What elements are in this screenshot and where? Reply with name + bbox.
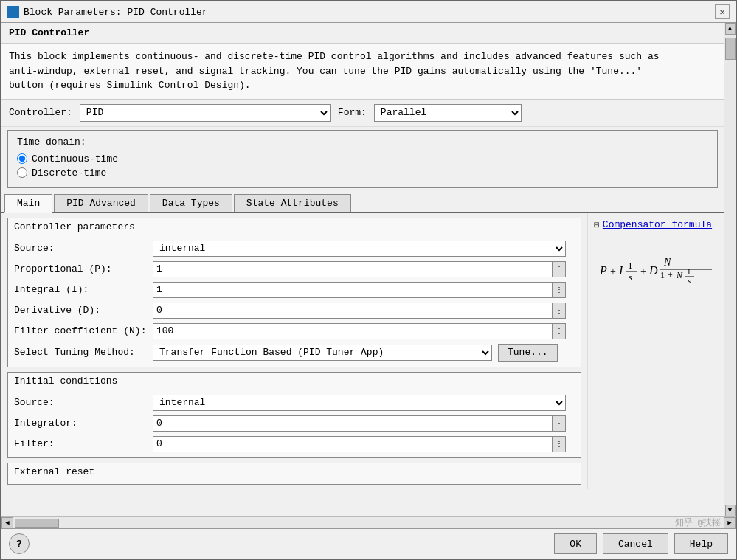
tab-pid-advanced[interactable]: PID Advanced bbox=[54, 194, 148, 212]
description-text: This block implements continuous- and di… bbox=[1, 44, 724, 100]
svg-text:+: + bbox=[668, 270, 673, 280]
discrete-time-row: Discrete-time bbox=[17, 167, 708, 179]
svg-text:+: + bbox=[640, 266, 646, 277]
svg-text:s: s bbox=[688, 276, 691, 285]
help-icon-button[interactable]: ? bbox=[9, 533, 30, 554]
cancel-button[interactable]: Cancel bbox=[603, 533, 668, 554]
filter-row: Filter: ⋮ bbox=[14, 434, 575, 454]
svg-text:I: I bbox=[618, 264, 623, 277]
filter-coefficient-label: Filter coefficient (N): bbox=[14, 325, 147, 336]
svg-text:1: 1 bbox=[687, 267, 691, 276]
scroll-left-arrow[interactable]: ◀ bbox=[1, 517, 13, 529]
source-select[interactable]: internal bbox=[153, 241, 566, 257]
integral-input-wrapper: ⋮ bbox=[153, 282, 566, 298]
proportional-label: Proportional (P): bbox=[14, 263, 147, 274]
continuous-time-label: Continuous-time bbox=[32, 153, 118, 165]
svg-text:N: N bbox=[663, 257, 671, 268]
description-line3: button (requires Simulink Control Design… bbox=[9, 80, 251, 91]
external-reset-title: External reset bbox=[8, 463, 581, 480]
derivative-row: Derivative (D): ⋮ bbox=[14, 300, 575, 321]
controller-select[interactable]: PID bbox=[80, 104, 331, 122]
main-window: Block Parameters: PID Controller ✕ PID C… bbox=[0, 0, 737, 560]
tuning-row: Select Tuning Method: Transfer Function … bbox=[14, 342, 575, 364]
proportional-input[interactable] bbox=[153, 261, 553, 277]
block-name-header: PID Controller bbox=[1, 23, 724, 44]
scroll-wrapper: PID Controller This block implements con… bbox=[1, 23, 736, 516]
proportional-menu-btn[interactable]: ⋮ bbox=[553, 261, 566, 277]
svg-text:s: s bbox=[629, 272, 632, 283]
form-label: Form: bbox=[338, 107, 367, 118]
bottom-buttons-group: OK Cancel Help bbox=[554, 533, 728, 554]
formula-svg: P + I 1 s + D N bbox=[594, 234, 719, 308]
filter-coefficient-menu-btn[interactable]: ⋮ bbox=[553, 323, 566, 339]
titlebar-left: Block Parameters: PID Controller bbox=[7, 6, 208, 18]
tab-main[interactable]: Main bbox=[4, 194, 52, 213]
bottom-bar: ? OK Cancel Help bbox=[1, 528, 736, 559]
formula-collapse-btn[interactable]: ⊟ bbox=[594, 219, 600, 231]
derivative-menu-btn[interactable]: ⋮ bbox=[553, 303, 566, 319]
scroll-right-arrow[interactable]: ▶ bbox=[724, 517, 736, 529]
time-domain-box: Time domain: Continuous-time Discrete-ti… bbox=[7, 130, 718, 188]
initial-conditions-section: Initial conditions Source: internal bbox=[7, 372, 581, 458]
tuning-method-select[interactable]: Transfer Function Based (PID Tuner App) bbox=[153, 345, 492, 361]
source-label: Source: bbox=[14, 243, 147, 254]
scrollbar-thumb[interactable] bbox=[725, 38, 736, 60]
controller-parameters-section: Controller parameters Source: internal bbox=[7, 218, 581, 367]
integrator-row: Integrator: ⋮ bbox=[14, 413, 575, 434]
proportional-row: Proportional (P): ⋮ bbox=[14, 259, 575, 280]
initial-conditions-title: Initial conditions bbox=[8, 373, 581, 390]
integrator-menu-btn[interactable]: ⋮ bbox=[553, 415, 566, 432]
tab-state-attributes[interactable]: State Attributes bbox=[234, 194, 351, 212]
proportional-input-wrapper: ⋮ bbox=[153, 261, 566, 277]
scroll-down-arrow[interactable]: ▼ bbox=[725, 505, 736, 516]
scroll-up-arrow[interactable]: ▲ bbox=[725, 23, 736, 35]
svg-text:P: P bbox=[599, 264, 607, 277]
vertical-scrollbar[interactable]: ▲ ▼ bbox=[724, 23, 736, 516]
svg-text:1: 1 bbox=[660, 270, 665, 280]
tab-data-types[interactable]: Data Types bbox=[150, 194, 232, 212]
filter-coefficient-input[interactable] bbox=[153, 323, 553, 339]
form-select[interactable]: Parallel bbox=[374, 104, 522, 122]
integrator-input-wrapper: ⋮ bbox=[153, 415, 566, 432]
svg-text:1: 1 bbox=[628, 260, 633, 271]
right-panel: ⊟ Compensator formula P + I 1 bbox=[587, 213, 724, 489]
filter-input[interactable] bbox=[153, 436, 553, 452]
time-domain-title: Time domain: bbox=[17, 136, 708, 148]
integrator-input[interactable] bbox=[153, 415, 553, 432]
tuning-label: Select Tuning Method: bbox=[14, 347, 147, 358]
controller-row: Controller: PID Form: Parallel bbox=[1, 100, 724, 127]
formula-header: ⊟ Compensator formula bbox=[594, 219, 718, 231]
continuous-time-row: Continuous-time bbox=[17, 153, 708, 165]
controller-params-grid: Source: internal Proportional (P): bbox=[8, 235, 581, 367]
description-line1: This block implements continuous- and di… bbox=[9, 51, 660, 62]
discrete-time-radio[interactable] bbox=[17, 167, 27, 178]
integral-input[interactable] bbox=[153, 282, 553, 298]
tabs-bar: Main PID Advanced Data Types State Attri… bbox=[1, 191, 724, 213]
svg-text:N: N bbox=[676, 270, 683, 280]
initial-conditions-grid: Source: internal Integrator: ⋮ bbox=[8, 390, 581, 457]
ic-source-row: Source: internal bbox=[14, 393, 575, 413]
main-panel-split: Controller parameters Source: internal bbox=[1, 213, 724, 489]
integral-row: Integral (I): ⋮ bbox=[14, 280, 575, 300]
tune-button[interactable]: Tune... bbox=[498, 344, 558, 362]
help-button[interactable]: Help bbox=[674, 533, 728, 554]
filter-coefficient-row: Filter coefficient (N): ⋮ bbox=[14, 321, 575, 342]
integrator-label: Integrator: bbox=[14, 418, 147, 429]
controller-params-title: Controller parameters bbox=[8, 218, 581, 235]
derivative-input[interactable] bbox=[153, 303, 553, 319]
ok-button[interactable]: OK bbox=[554, 533, 597, 554]
formula-display: P + I 1 s + D N bbox=[594, 234, 718, 311]
controller-label: Controller: bbox=[9, 107, 72, 118]
pid-icon bbox=[7, 6, 19, 18]
h-scrollbar-thumb[interactable] bbox=[15, 519, 59, 528]
derivative-label: Derivative (D): bbox=[14, 305, 147, 316]
integral-menu-btn[interactable]: ⋮ bbox=[553, 282, 566, 298]
horizontal-scrollbar[interactable]: ◀ ▶ bbox=[1, 516, 736, 528]
window-title: Block Parameters: PID Controller bbox=[24, 7, 208, 18]
formula-link[interactable]: Compensator formula bbox=[603, 219, 712, 230]
continuous-time-radio[interactable] bbox=[17, 153, 27, 164]
ic-source-select[interactable]: internal bbox=[153, 395, 566, 411]
close-button[interactable]: ✕ bbox=[715, 4, 730, 19]
filter-menu-btn[interactable]: ⋮ bbox=[553, 436, 566, 452]
ic-source-label: Source: bbox=[14, 397, 147, 408]
